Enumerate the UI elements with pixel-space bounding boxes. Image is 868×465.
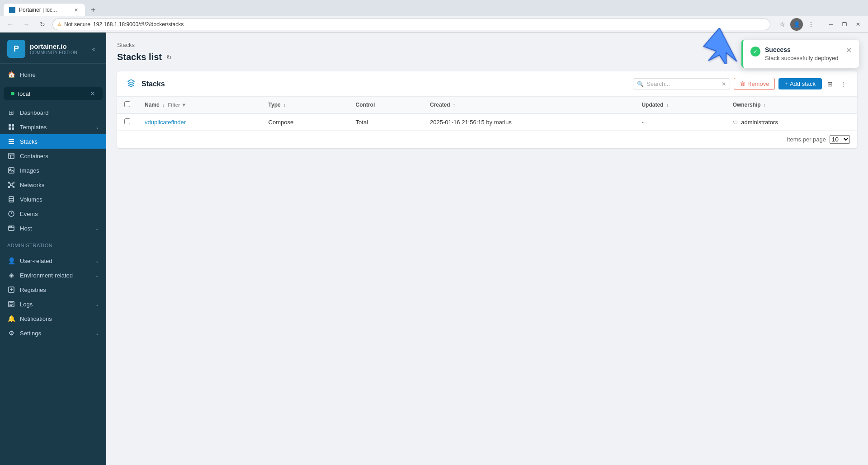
- logo-text: portainer.io COMMUNITY EDITION: [30, 42, 77, 55]
- row-control-cell: Total: [349, 113, 423, 131]
- toast-message: Stack successfully deployed: [765, 55, 840, 61]
- sidebar-item-volumes[interactable]: Volumes: [0, 192, 106, 207]
- row-ownership-cell: 🛡 administrators: [726, 113, 857, 131]
- settings-chevron: ⌄: [95, 331, 99, 336]
- svg-point-13: [9, 187, 10, 188]
- sidebar-item-containers[interactable]: Containers: [0, 149, 106, 163]
- sidebar-item-events[interactable]: Events: [0, 207, 106, 221]
- toast-container: ✓ Success Stack successfully deployed ✕: [741, 40, 859, 68]
- success-toast: ✓ Success Stack successfully deployed ✕: [741, 40, 859, 68]
- notifications-icon: 🔔: [7, 315, 15, 323]
- sidebar-environment: local ✕: [4, 87, 103, 100]
- refresh-button[interactable]: ↻: [166, 54, 172, 61]
- updated-sort-icon: ↕: [666, 103, 669, 108]
- sidebar-item-images[interactable]: Images: [0, 163, 106, 178]
- row-checkbox-cell: [117, 113, 137, 131]
- bookmark-button[interactable]: ☆: [776, 18, 788, 31]
- settings-icon: ⚙: [7, 329, 15, 337]
- environment-related-chevron: ⌄: [95, 273, 99, 278]
- sidebar: P portainer.io COMMUNITY EDITION « 🏠 Hom…: [0, 33, 106, 465]
- environment-name: local: [18, 90, 86, 97]
- svg-point-21: [9, 226, 10, 227]
- sidebar-item-templates[interactable]: Templates ⌄: [0, 120, 106, 134]
- svg-rect-2: [9, 127, 11, 130]
- toast-close-button[interactable]: ✕: [846, 46, 852, 55]
- add-stack-button[interactable]: + Add stack: [778, 78, 822, 89]
- svg-rect-5: [9, 141, 14, 142]
- back-button[interactable]: ←: [4, 18, 16, 31]
- containers-icon: [7, 152, 15, 160]
- reload-button[interactable]: ↻: [36, 18, 49, 31]
- extensions-button[interactable]: ⋮: [805, 18, 817, 31]
- remove-label: Remove: [747, 80, 769, 87]
- sidebar-item-environment-related[interactable]: ◈ Environment-related ⌄: [0, 268, 106, 282]
- sidebar-item-settings[interactable]: ⚙ Settings ⌄: [0, 326, 106, 340]
- toast-title: Success: [765, 46, 840, 53]
- sidebar-item-notifications[interactable]: 🔔 Notifications: [0, 311, 106, 326]
- svg-rect-7: [9, 153, 14, 159]
- add-stack-label: + Add stack: [785, 80, 816, 87]
- environment-status-dot: [11, 92, 14, 95]
- more-options-button[interactable]: ⋮: [838, 79, 848, 89]
- sidebar-item-user-related[interactable]: 👤 User-related ⌄: [0, 254, 106, 268]
- sidebar-item-host[interactable]: Host ⌄: [0, 221, 106, 235]
- environment-related-icon: ◈: [7, 271, 15, 279]
- registries-icon: [7, 286, 15, 294]
- address-bar[interactable]: ⚠ Not secure 192.168.1.18:9000/#!/2/dock…: [52, 19, 770, 30]
- stacks-icon: [7, 137, 15, 146]
- svg-point-11: [9, 182, 10, 183]
- user-profile-button[interactable]: 👤: [790, 18, 803, 31]
- table-body: vduplicatefinder Compose Total 2025-01-1…: [117, 113, 857, 131]
- browser-chrome: Portainer | loc... ✕ + ← → ↻ ⚠ Not secur…: [0, 0, 868, 33]
- ownership-sort-icon: ↕: [764, 103, 766, 108]
- search-clear-button[interactable]: ✕: [722, 81, 726, 87]
- svg-point-10: [10, 184, 12, 186]
- logo-name: portainer.io: [30, 42, 77, 50]
- url-display: 192.168.1.18:9000/#!/2/docker/stacks: [93, 21, 184, 28]
- new-tab-button[interactable]: +: [87, 4, 99, 16]
- view-toggle-button[interactable]: ⊞: [826, 79, 835, 89]
- sidebar-item-registries[interactable]: Registries: [0, 282, 106, 297]
- forward-button[interactable]: →: [20, 18, 33, 31]
- sidebar-item-dashboard[interactable]: ⊞ Dashboard: [0, 105, 106, 120]
- row-checkbox[interactable]: [124, 118, 130, 124]
- table-footer: Items per page 10 25 50 100: [117, 131, 857, 148]
- sidebar-item-networks[interactable]: Networks: [0, 178, 106, 192]
- minimize-button[interactable]: ─: [825, 18, 837, 31]
- sidebar-admin-section: 👤 User-related ⌄ ◈ Environment-related ⌄…: [0, 250, 106, 344]
- select-all-checkbox[interactable]: [124, 101, 130, 107]
- ownership-icon: 🛡: [733, 120, 738, 125]
- administration-label: Administration: [0, 239, 106, 250]
- sidebar-item-home[interactable]: 🏠 Home: [0, 67, 106, 82]
- close-button[interactable]: ✕: [852, 18, 864, 31]
- ownership-value: administrators: [741, 119, 778, 126]
- restore-button[interactable]: ⧠: [838, 18, 851, 31]
- column-created: Created ↕: [423, 97, 634, 113]
- stacks-table: Name ↓ Filter ▼ Type ↕ Control Created: [117, 97, 857, 131]
- remove-button[interactable]: 🗑 Remove: [734, 78, 775, 90]
- sidebar-item-logs[interactable]: Logs ⌄: [0, 297, 106, 311]
- name-filter-button[interactable]: Filter ▼: [168, 102, 186, 108]
- items-per-page-label: Items per page: [787, 136, 826, 143]
- items-per-page-select[interactable]: 10 25 50 100: [830, 135, 850, 144]
- row-type-cell: Compose: [261, 113, 349, 131]
- stacks-card: Stacks 🔍 ✕ 🗑 Remove + Add stack: [117, 71, 857, 148]
- events-icon: [7, 210, 15, 218]
- stacks-card-icon: [126, 78, 136, 90]
- home-icon: 🏠: [7, 70, 15, 79]
- environment-close-button[interactable]: ✕: [90, 90, 95, 97]
- sidebar-item-stacks[interactable]: Stacks: [0, 134, 106, 149]
- search-box[interactable]: 🔍 ✕: [633, 78, 730, 89]
- sidebar-collapse-button[interactable]: «: [88, 43, 99, 54]
- svg-rect-1: [12, 124, 14, 127]
- dashboard-icon: ⊞: [7, 108, 15, 117]
- browser-tab-active[interactable]: Portainer | loc... ✕: [4, 4, 85, 16]
- search-input[interactable]: [646, 80, 719, 87]
- tab-favicon: [9, 7, 15, 13]
- networks-icon: [7, 181, 15, 189]
- created-sort-icon: ↕: [453, 103, 455, 108]
- tab-close-button[interactable]: ✕: [72, 6, 80, 14]
- sidebar-nav-section: ⊞ Dashboard Templates ⌄ Stacks: [0, 102, 106, 239]
- search-icon: 🔍: [637, 81, 644, 87]
- stack-name-link[interactable]: vduplicatefinder: [145, 119, 186, 126]
